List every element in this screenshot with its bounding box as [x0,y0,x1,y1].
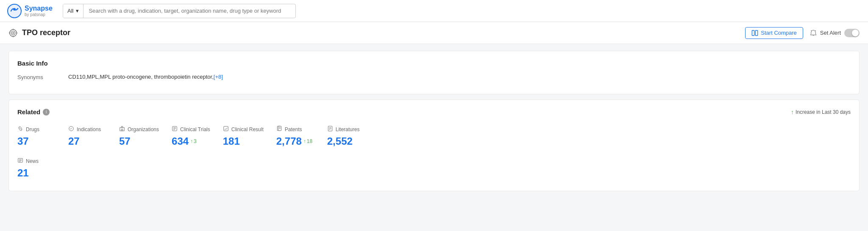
stat-increase: ↑18 [303,138,312,144]
stat-item-clinical-trials[interactable]: Clinical Trials 634 ↑3 [172,122,223,151]
stat-icon-news [17,157,23,165]
stat-value-row: 2,778 ↑18 [276,135,314,147]
synonyms-value: CD110,MPL,MPL proto-oncogene, thrombopoi… [68,74,223,80]
stat-value-number: 634 [172,135,189,147]
stat-icon-drugs [17,126,23,133]
start-compare-button[interactable]: Start Compare [745,27,803,39]
stat-label-text: Patents [285,126,302,132]
set-alert-label: Set Alert [820,30,841,36]
chevron-down-icon: ▾ [76,8,79,14]
stat-icon-indications [68,126,74,133]
arrow-up-icon: ↑ [303,138,306,144]
svg-rect-15 [121,126,123,128]
stat-label-text: Literatures [336,126,360,132]
stat-label-row: Indications [68,126,106,133]
stat-value-number: 27 [68,135,80,147]
stat-value-number: 181 [223,135,240,147]
stat-item-literatures[interactable]: Literatures 2,552 [327,122,378,151]
basic-info-card: Basic Info Synonyms CD110,MPL,MPL proto-… [8,51,860,94]
stat-item-organizations[interactable]: Organizations 57 [119,122,172,151]
top-nav: Synapse by patsnap All ▾ [0,0,868,22]
stat-icon-organizations [119,126,125,133]
synonyms-more-link[interactable]: [+8] [214,74,223,80]
arrow-up-icon: ↑ [190,138,193,144]
stat-icon-clinical trials [172,126,178,133]
search-bar: All ▾ [63,4,296,18]
related-title-area: Related i [17,108,50,116]
svg-rect-10 [756,30,758,36]
logo-main-text: Synapse [25,5,53,12]
svg-rect-16 [121,129,123,131]
stat-item-indications[interactable]: Indications 27 [68,122,119,151]
stats-row-2: News 21 [17,154,851,182]
stat-item-drugs[interactable]: Drugs 37 [17,122,68,151]
svg-rect-21 [223,126,228,131]
set-alert-toggle[interactable] [844,29,860,37]
related-header: Related i ↑ Increase in Last 30 days [17,108,851,116]
page-title: TPO receptor [22,28,70,37]
search-filter-dropdown[interactable]: All ▾ [63,4,83,18]
stat-value-row: 2,552 [327,135,365,147]
page-header: TPO receptor Start Compare Set Alert [0,22,868,44]
svg-point-4 [12,32,14,34]
stat-label-row: Patents [276,126,314,133]
target-icon [8,28,18,38]
synonyms-label: Synonyms [17,74,68,80]
svg-point-1 [13,8,16,11]
stat-label-row: Clinical Trials [172,126,210,133]
stat-increase: ↑3 [190,138,197,144]
start-compare-label: Start Compare [761,30,797,36]
stat-label-text: News [26,158,39,164]
stat-value-number: 37 [17,135,29,147]
set-alert-area: Set Alert [810,29,860,37]
search-input-wrapper [83,8,295,14]
svg-rect-9 [752,30,754,36]
stat-label-row: Organizations [119,126,159,133]
stat-item-clinical-result[interactable]: Clinical Result 181 [223,122,276,151]
stat-value-number: 57 [119,135,131,147]
increase-notice: ↑ Increase in Last 30 days [791,109,851,116]
stat-label-row: News [17,157,56,165]
logo: Synapse by patsnap [7,3,58,19]
related-info-icon[interactable]: i [43,109,50,116]
search-filter-label: All [67,8,73,14]
stat-item-news[interactable]: News 21 [17,154,68,182]
stat-icon-patents [276,126,282,133]
stat-value-number: 21 [17,167,29,179]
related-title: Related [17,108,40,116]
stat-label-text: Clinical Trials [180,126,210,132]
stat-label-text: Clinical Result [231,126,264,132]
stat-icon-literatures [327,126,333,133]
related-card: Related i ↑ Increase in Last 30 days Dru… [8,99,860,191]
logo-icon [7,3,22,19]
stat-label-row: Drugs [17,126,56,133]
stat-value-row: 27 [68,135,106,147]
stat-value-row: 181 [223,135,264,147]
svg-point-0 [8,4,21,18]
stat-label-row: Literatures [327,126,365,133]
page-actions: Start Compare Set Alert [745,27,860,39]
logo-sub-text: by patsnap [25,12,53,17]
stat-value-row: 634 ↑3 [172,135,210,147]
stat-item-patents[interactable]: Patents 2,778 ↑18 [276,122,327,151]
stat-value-row: 21 [17,167,56,179]
alert-icon [810,30,817,36]
synonyms-row: Synonyms CD110,MPL,MPL proto-oncogene, t… [17,74,851,80]
stat-label-text: Indications [77,126,101,132]
stat-label-text: Organizations [128,126,159,132]
stat-value-row: 57 [119,135,159,147]
stat-label-row: Clinical Result [223,126,264,133]
stat-label-text: Drugs [26,126,39,132]
stat-value-row: 37 [17,135,56,147]
stats-row-1: Drugs 37 Indications 27 Organizations 57… [17,122,851,151]
search-input[interactable] [89,8,290,14]
compare-icon [751,30,758,36]
stat-value-number: 2,552 [327,135,353,147]
main-content: Basic Info Synonyms CD110,MPL,MPL proto-… [0,44,868,231]
basic-info-title: Basic Info [17,60,851,67]
page-title-area: TPO receptor [8,28,70,38]
arrow-up-icon: ↑ [791,109,794,116]
stat-icon-clinical result [223,126,229,133]
stat-value-number: 2,778 [276,135,302,147]
